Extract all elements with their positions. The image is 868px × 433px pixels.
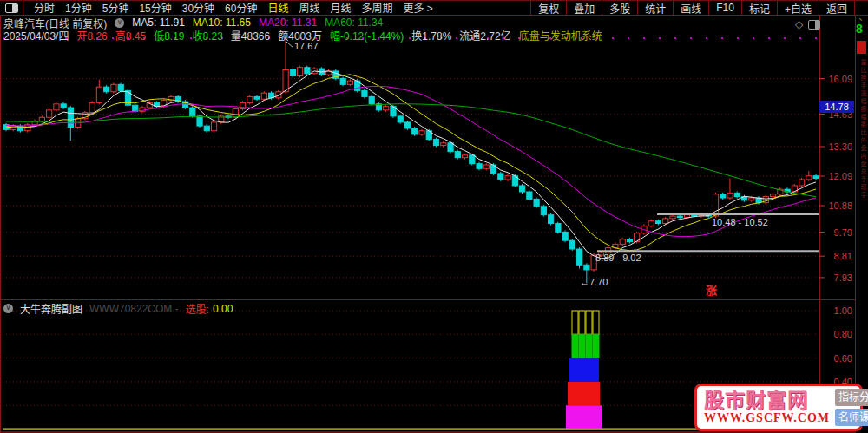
toolbar-button-统计[interactable]: 统计 bbox=[637, 1, 673, 15]
site-watermark-box: 股市财富网 WWW.GSCFW.COM 指标分享名师课程 bbox=[694, 384, 863, 431]
stock-app-window: 分时1分钟5分钟15分钟30分钟60分钟日线周线月线多周期更多 > 复权叠加多股… bbox=[0, 0, 868, 433]
menu-item-15分钟[interactable]: 15分钟 bbox=[139, 3, 171, 15]
indicator-axis-label: 1.00 bbox=[821, 305, 852, 316]
chart-corner-icons: ◇ bbox=[795, 19, 820, 30]
quote-field: 额4003万 bbox=[278, 28, 322, 43]
menu-item-多周期[interactable]: 多周期 bbox=[362, 3, 393, 15]
indicator-axis-label: 0.80 bbox=[821, 329, 852, 339]
toolbar-button-标记[interactable]: 标记 bbox=[741, 1, 777, 15]
watermark-badge: 名师课程 bbox=[835, 409, 868, 426]
toolbar-button-画线[interactable]: 画线 bbox=[673, 1, 708, 15]
chevron-down-circle-icon[interactable]: ∨ bbox=[115, 18, 124, 28]
signal-label: 选股: bbox=[186, 301, 209, 316]
toolbar-button-多股[interactable]: 多股 bbox=[602, 1, 637, 15]
diamond-icon[interactable]: ◇ bbox=[795, 19, 803, 30]
watermark-site-name: 股市财富网 bbox=[704, 390, 830, 410]
window-split-icon[interactable] bbox=[5, 3, 18, 13]
panel-split-icon[interactable] bbox=[808, 20, 820, 30]
signal-value: 0.00 bbox=[213, 303, 233, 315]
quote-field: 量48366 bbox=[231, 28, 270, 43]
menu-item-更多 >[interactable]: 更多 > bbox=[404, 3, 433, 15]
menu-separator bbox=[23, 1, 23, 15]
quote-field: 收8.23 bbox=[192, 28, 222, 43]
zhang-signal: 涨 bbox=[706, 281, 717, 298]
price-axis-label: 9.79 bbox=[821, 227, 852, 238]
quote-field: 底盘与发动机系统 bbox=[519, 28, 602, 43]
daily-quote-line: 2025/04/03/四开8.26高8.45低8.19收8.23量48366额4… bbox=[3, 29, 610, 41]
menu-item-5分钟[interactable]: 5分钟 bbox=[102, 3, 129, 15]
period-menu: 分时1分钟5分钟15分钟30分钟60分钟日线周线月线多周期更多 > bbox=[29, 0, 438, 16]
watermark-site-url: WWW.GSCFW.COM bbox=[704, 410, 830, 426]
sub-indicator-header: ∨ 大牛奔腾副图 WWW70822COM - 选股: 0.00 bbox=[3, 301, 240, 316]
quote-field: 流通2.72亿 bbox=[459, 28, 510, 43]
menu-item-分时[interactable]: 分时 bbox=[34, 3, 55, 15]
peak-label: 17.67 bbox=[294, 41, 319, 51]
menu-item-30分钟[interactable]: 30分钟 bbox=[182, 3, 214, 15]
top-menu-bar: 分时1分钟5分钟15分钟30分钟60分钟日线周线月线多周期更多 > 复权叠加多股… bbox=[0, 0, 868, 16]
sub-indicator-title: 大牛奔腾副图 bbox=[20, 301, 82, 316]
watermark-badges: 指标分享名师课程 bbox=[835, 389, 868, 426]
menu-item-周线[interactable]: 周线 bbox=[299, 3, 319, 15]
low-label: ←7.70 bbox=[580, 277, 608, 287]
clipped-red-block bbox=[857, 41, 866, 54]
toolbar-button-返回[interactable]: 返回 bbox=[819, 1, 855, 15]
quote-field: 高8.45 bbox=[115, 28, 146, 43]
sub-indicator-watermark: WWW70822COM - bbox=[89, 303, 179, 315]
menu-item-日线[interactable]: 日线 bbox=[267, 3, 288, 15]
menu-item-1分钟[interactable]: 1分钟 bbox=[65, 3, 92, 15]
right-edge-clipped-panel: 丶 8 量比换手涨幅振幅委比外盘内盘总手现手 bbox=[856, 0, 868, 433]
toolbar-button-+自选[interactable]: +自选 bbox=[777, 1, 819, 15]
watermark-badge: 指标分享 bbox=[835, 389, 868, 406]
menu-item-月线[interactable]: 月线 bbox=[331, 3, 352, 15]
price-axis-label: 8.81 bbox=[821, 251, 852, 261]
price-axis-label: 10.88 bbox=[821, 200, 852, 211]
tool-menu: 复权叠加多股统计画线F10标记+自选返回 bbox=[530, 1, 855, 15]
toolbar-button-F10[interactable]: F10 bbox=[708, 1, 741, 15]
toolbar-button-叠加[interactable]: 叠加 bbox=[566, 1, 602, 15]
price-axis-label: 7.93 bbox=[821, 272, 852, 283]
quote-field: 开8.26 bbox=[76, 28, 107, 43]
zone2-label: 10.48 - 10.52 bbox=[712, 217, 768, 227]
quote-field: 2025/04/03/四 bbox=[3, 28, 69, 43]
indicator-axis-label: 0.60 bbox=[821, 353, 852, 364]
price-axis-label: 13.30 bbox=[821, 141, 852, 152]
zone1-label: 8.89 - 9.02 bbox=[595, 253, 641, 263]
chevron-down-circle-icon[interactable]: ∨ bbox=[3, 304, 13, 313]
clipped-vertical-labels: 量比换手涨幅振幅委比外盘内盘总手现手 bbox=[858, 59, 867, 200]
clipped-price-digit: 8 bbox=[856, 22, 863, 36]
price-axis-label: 16.09 bbox=[821, 74, 852, 84]
last-price-box: 14.78 bbox=[819, 101, 854, 113]
menu-item-60分钟[interactable]: 60分钟 bbox=[225, 3, 257, 15]
quote-field: 换1.78% bbox=[411, 28, 451, 43]
quote-field: 低8.19 bbox=[154, 28, 184, 43]
toolbar-button-复权[interactable]: 复权 bbox=[530, 1, 566, 15]
quote-field: 幅-0.12(-1.44%) bbox=[330, 28, 404, 43]
price-axis-label: 12.09 bbox=[821, 171, 852, 181]
